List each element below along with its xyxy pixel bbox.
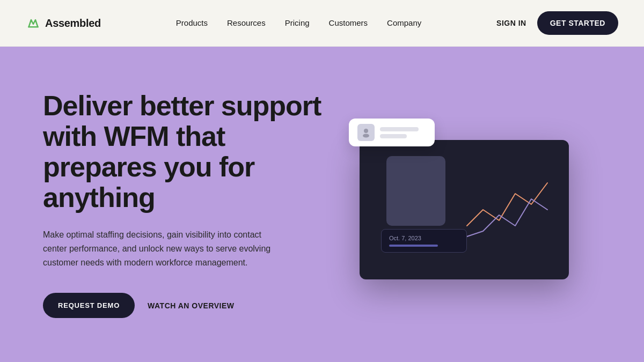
sign-in-button[interactable]: SIGN IN — [496, 19, 526, 27]
profile-card — [349, 119, 435, 146]
profile-line-2 — [380, 134, 407, 138]
svg-point-3 — [363, 134, 369, 138]
avatar-icon — [357, 124, 375, 141]
chart-svg — [462, 151, 558, 247]
nav-item-products[interactable]: Products — [176, 18, 208, 27]
nav-item-pricing[interactable]: Pricing — [285, 18, 310, 27]
nav-item-company[interactable]: Company — [387, 18, 421, 27]
get-started-button[interactable]: GET STARTED — [537, 11, 618, 35]
dashboard-illustration: Oct. 7, 2023 — [349, 119, 574, 290]
hero-right-content: Oct. 7, 2023 — [322, 119, 601, 290]
profile-text-lines — [380, 127, 419, 138]
nav-actions: SIGN IN GET STARTED — [496, 11, 618, 35]
navbar: Assembled Products Resources Pricing Cus… — [0, 0, 644, 47]
hero-left-content: Deliver better support with WFM that pre… — [43, 91, 322, 319]
hero-buttons: REQUEST DEMO WATCH AN OVERVIEW — [43, 293, 322, 318]
request-demo-button[interactable]: REQUEST DEMO — [43, 293, 135, 318]
svg-point-2 — [364, 129, 368, 133]
hero-title: Deliver better support with WFM that pre… — [43, 91, 322, 213]
nav-item-customers[interactable]: Customers — [329, 18, 368, 27]
chart-area — [462, 151, 558, 247]
hero-subtitle: Make optimal staffing decisions, gain vi… — [43, 228, 279, 269]
watch-overview-button[interactable]: WATCH AN OVERVIEW — [148, 301, 234, 310]
date-tooltip: Oct. 7, 2023 — [381, 229, 467, 253]
dashboard-main-card: Oct. 7, 2023 — [360, 140, 569, 279]
hero-section: Deliver better support with WFM that pre… — [0, 47, 644, 362]
nav-item-resources[interactable]: Resources — [227, 18, 266, 27]
date-tooltip-label: Oct. 7, 2023 — [389, 235, 459, 241]
nav-links: Products Resources Pricing Customers Com… — [176, 18, 422, 28]
svg-rect-1 — [28, 26, 39, 28]
assembled-logo-icon — [26, 16, 41, 31]
logo-text: Assembled — [45, 17, 101, 29]
date-tooltip-bar — [389, 245, 438, 247]
profile-line-1 — [380, 127, 419, 131]
logo-link[interactable]: Assembled — [26, 16, 101, 31]
gray-card — [386, 156, 445, 226]
